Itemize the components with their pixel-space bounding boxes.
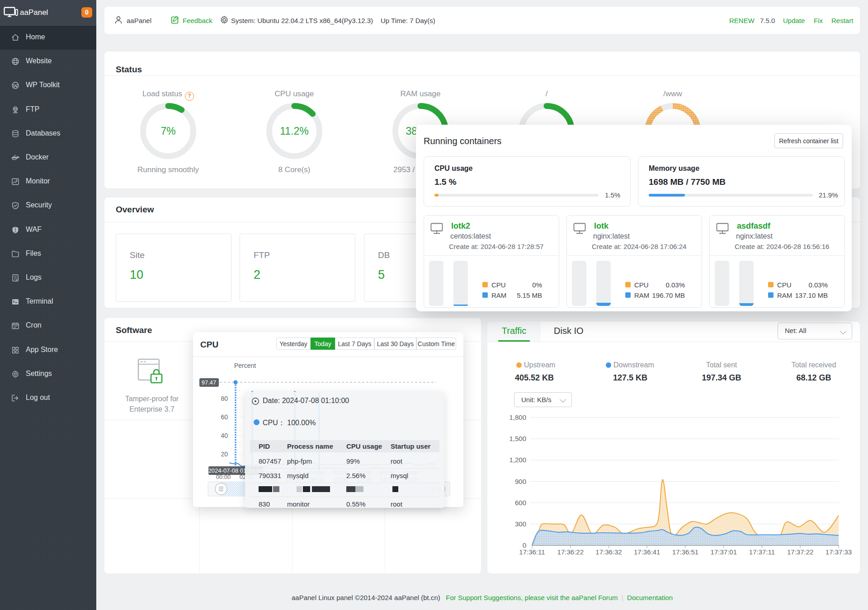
svg-text:600: 600 [515, 499, 526, 507]
svg-text:17:36:22: 17:36:22 [557, 548, 584, 556]
svg-text:17:36:32: 17:36:32 [595, 548, 622, 556]
svg-text:40: 40 [221, 432, 228, 439]
svg-text:17:37:11: 17:37:11 [749, 548, 775, 556]
svg-text:17:36:11: 17:36:11 [519, 548, 545, 556]
svg-text:17:36:51: 17:36:51 [672, 548, 698, 556]
svg-text:300: 300 [515, 520, 526, 528]
svg-text:20: 20 [221, 450, 228, 458]
svg-text:1,200: 1,200 [509, 456, 526, 464]
svg-text:17:37:33: 17:37:33 [826, 548, 852, 556]
svg-text:80: 80 [221, 395, 228, 402]
svg-text:17:36:41: 17:36:41 [634, 548, 660, 556]
svg-text:1,500: 1,500 [509, 435, 526, 442]
svg-text:17:37:22: 17:37:22 [787, 548, 813, 556]
svg-text:60: 60 [221, 413, 228, 421]
svg-text:97.47: 97.47 [202, 379, 217, 386]
svg-text:1,800: 1,800 [509, 413, 526, 421]
svg-text:900: 900 [515, 478, 526, 485]
svg-text:17:37:01: 17:37:01 [711, 548, 737, 556]
